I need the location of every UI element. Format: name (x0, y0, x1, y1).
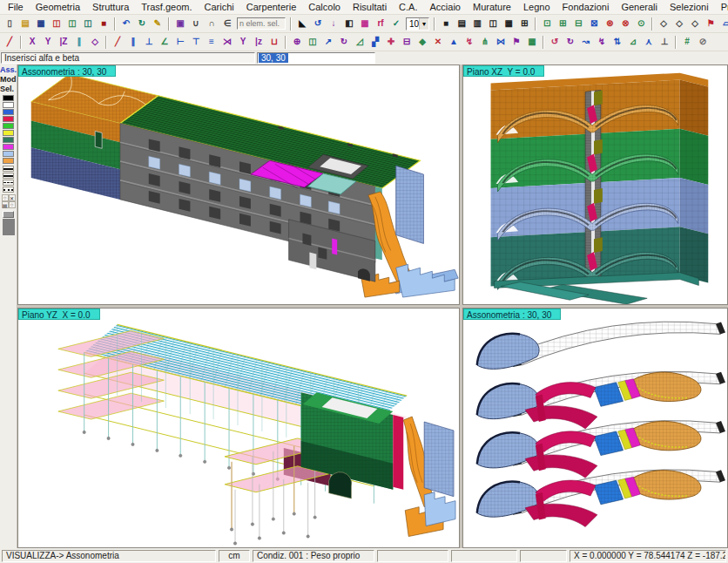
element-of-icon[interactable]: ∈ (219, 17, 235, 31)
add-element-icon[interactable]: ✚ (383, 35, 399, 50)
zoom-previous-icon[interactable]: ⊟ (570, 17, 586, 31)
lock-x-icon[interactable]: X (24, 35, 40, 50)
undo-icon[interactable]: ↶ (118, 17, 134, 31)
draw-line-icon[interactable]: ╱ (2, 35, 17, 50)
zoom-all-icon[interactable]: ⊞ (555, 17, 570, 31)
linestyle-solid[interactable] (3, 166, 14, 172)
select-all-icon[interactable]: ⊛ (602, 17, 617, 31)
linestyle-dotted[interactable] (3, 187, 14, 193)
snap-x-icon[interactable]: ⋊ (219, 35, 235, 50)
export-mesh-icon[interactable]: ◫ (64, 17, 80, 31)
menu-item[interactable]: Murature (467, 1, 517, 13)
menu-item[interactable]: Trasf.geom. (135, 1, 198, 13)
node-grid-icon[interactable]: ▤ (2, 201, 9, 208)
menu-item[interactable]: Carpenterie (240, 1, 302, 13)
intersection-icon[interactable]: ∩ (204, 17, 219, 31)
selected-elements-field[interactable] (237, 17, 286, 30)
gray-swatch[interactable] (3, 211, 14, 218)
menu-item[interactable]: Selezioni (664, 1, 715, 13)
new-file-icon[interactable]: ▯ (2, 17, 17, 31)
color-swatch[interactable] (3, 95, 14, 101)
menu-item[interactable]: Legno (517, 1, 556, 13)
open-folder-icon[interactable]: ▤ (17, 17, 33, 31)
color-swatch[interactable] (3, 109, 14, 115)
generate-triangle-icon[interactable]: ▲ (446, 35, 462, 50)
menu-item[interactable]: Risultati (347, 1, 393, 13)
plane-view-icon[interactable]: ▱ (718, 17, 728, 31)
wire-front-view-icon[interactable]: ◇ (687, 17, 703, 31)
record-icon[interactable]: ■ (96, 17, 111, 31)
sidebar-label[interactable]: Ass. (0, 65, 17, 75)
layout-single-icon[interactable]: ■ (438, 17, 454, 31)
flip-icon[interactable]: ⇅ (610, 35, 625, 50)
bend-icon[interactable]: ↝ (578, 35, 594, 50)
snap-y-icon[interactable]: Y (235, 35, 251, 50)
check-model-icon[interactable]: ⚑ (509, 35, 524, 50)
sidebar-label[interactable]: Sel. (0, 85, 17, 94)
save-icon[interactable]: ▦ (33, 17, 49, 31)
lock-z-icon[interactable]: |Z (56, 35, 71, 50)
viewport-axonometric[interactable]: Assonometria : 30, 30 (17, 64, 460, 305)
layout-vsplit-icon[interactable]: ▥ (469, 17, 485, 31)
snap-z-icon[interactable]: |z (251, 35, 266, 50)
merge-mesh-icon[interactable]: ◫ (80, 17, 96, 31)
viewport-plane-yz[interactable]: Piano YZ X = 0.0 (17, 308, 460, 548)
merge-nodes-icon[interactable]: ⋏ (641, 35, 657, 50)
local-axes-icon[interactable]: rf (373, 17, 388, 31)
color-swatch[interactable] (3, 137, 14, 143)
mirror-icon[interactable]: ◫ (305, 35, 320, 50)
menu-item[interactable]: Geometria (30, 1, 86, 13)
color-swatch[interactable] (3, 102, 14, 108)
rotate-copy-icon[interactable]: ↻ (336, 35, 352, 50)
import-mesh-icon[interactable]: ◫ (49, 17, 64, 31)
grid-icon[interactable]: # (679, 35, 695, 50)
generate-mesh-icon[interactable]: ▦ (524, 35, 540, 50)
color-swatch[interactable] (3, 116, 14, 122)
menu-item[interactable]: Acciaio (424, 1, 467, 13)
menu-item[interactable]: Fondazioni (556, 1, 616, 13)
lightning-icon[interactable]: ↯ (462, 35, 477, 50)
flag-icon[interactable]: ⚑ (703, 17, 718, 31)
walk-node-icon[interactable]: ⋔ (477, 35, 493, 50)
menu-item[interactable]: File (2, 1, 30, 13)
layout-grid-icon[interactable]: ▦ (501, 17, 516, 31)
insert-node-icon[interactable]: ↓ (326, 17, 341, 31)
project-icon[interactable]: ⊿ (625, 35, 641, 50)
menu-item[interactable]: Generali (615, 1, 664, 13)
linestyle-dashed[interactable] (3, 173, 14, 179)
zoom-level-select[interactable]: 10▾ (406, 17, 429, 31)
delete-node-icon[interactable]: ✕ (430, 35, 446, 50)
fill-pattern-crosshatch[interactable] (13, 219, 15, 235)
extrude-icon[interactable]: ⊕ (289, 35, 305, 50)
shade-view-icon[interactable]: ◣ (294, 17, 310, 31)
move-icon[interactable]: ↗ (320, 35, 336, 50)
rotate-right-icon[interactable]: ↻ (563, 35, 578, 50)
layout-hsplit-icon[interactable]: ▤ (454, 17, 469, 31)
color-swatch[interactable] (3, 158, 14, 164)
snap-angle-icon[interactable]: ∠ (157, 35, 172, 50)
wire-top-view-icon[interactable]: ◇ (671, 17, 687, 31)
measure-icon[interactable]: ✓ (388, 17, 404, 31)
color-swatch[interactable] (3, 151, 14, 157)
node-cross-icon[interactable]: ✕ (9, 194, 16, 201)
snap-perpendicular-icon[interactable]: ⊥ (141, 35, 157, 50)
parallel-lines-icon[interactable]: ∥ (71, 35, 87, 50)
dark-window-icon[interactable]: ◧ (341, 17, 357, 31)
snap-offset-icon[interactable]: ⊤ (188, 35, 204, 50)
color-swatch[interactable] (3, 130, 14, 136)
union-icon[interactable]: ∪ (188, 17, 204, 31)
menu-item[interactable]: Struttura (86, 1, 135, 13)
menu-item[interactable]: Proprietà (715, 1, 728, 13)
zoom-window-icon[interactable]: ⊡ (539, 17, 555, 31)
color-swatch[interactable] (3, 144, 14, 150)
select-window-icon[interactable]: ⊠ (586, 17, 602, 31)
node-circle-icon[interactable]: ○ (2, 194, 9, 201)
viewport-plane-xz[interactable]: Piano XZ Y = 0.0 (462, 64, 728, 305)
snap-parallel-icon[interactable]: ∥ (125, 35, 141, 50)
refresh-icon[interactable]: ↻ (134, 17, 150, 31)
angle-input[interactable]: 30, 30 (257, 52, 375, 64)
snap-line-icon[interactable]: ╱ (110, 35, 125, 50)
snap-base-icon[interactable]: ⊢ (172, 35, 188, 50)
layout-quad-icon[interactable]: ⊞ (516, 17, 532, 31)
node-dot-icon[interactable]: ○ (9, 201, 16, 208)
